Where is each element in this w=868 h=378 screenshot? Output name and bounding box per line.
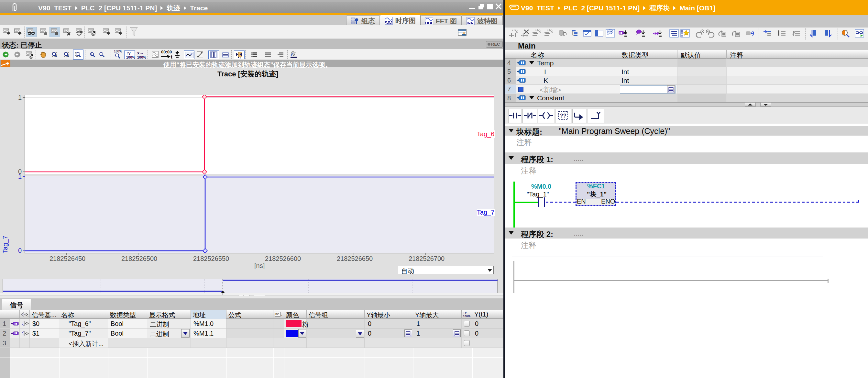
svg-text:t: t (171, 54, 173, 59)
svg-text:FC: FC (275, 313, 279, 316)
svg-text:??: ?? (560, 113, 566, 118)
svg-text:.: . (281, 312, 282, 317)
